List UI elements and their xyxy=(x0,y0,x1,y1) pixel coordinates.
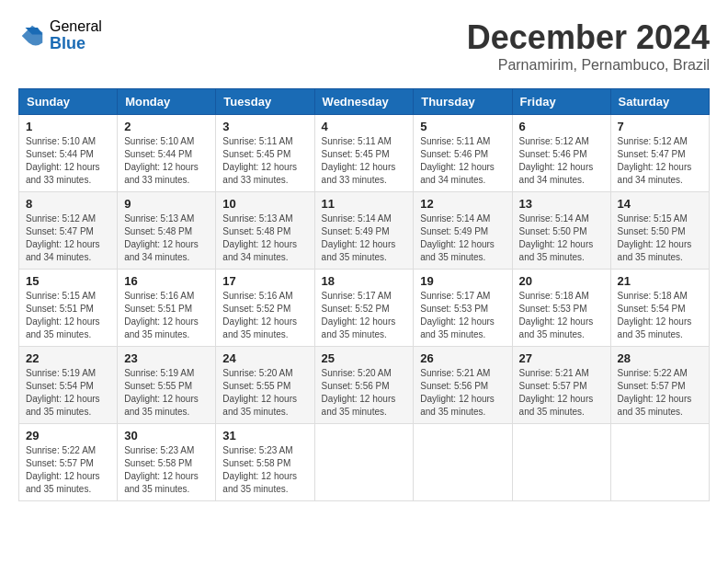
day-number: 11 xyxy=(322,197,407,211)
calendar-cell: 2Sunrise: 5:10 AM Sunset: 5:44 PM Daylig… xyxy=(118,115,216,192)
day-number: 27 xyxy=(519,351,604,365)
logo: General Blue xyxy=(18,18,102,52)
day-info: Sunrise: 5:20 AM Sunset: 5:56 PM Dayligh… xyxy=(322,367,407,419)
calendar-cell: 17Sunrise: 5:16 AM Sunset: 5:52 PM Dayli… xyxy=(216,270,314,347)
day-number: 1 xyxy=(26,120,110,133)
day-info: Sunrise: 5:12 AM Sunset: 5:47 PM Dayligh… xyxy=(26,213,110,264)
calendar-cell: 3Sunrise: 5:11 AM Sunset: 5:45 PM Daylig… xyxy=(216,115,314,192)
calendar-subtitle: Parnamirim, Pernambuco, Brazil xyxy=(467,57,710,74)
calendar-cell: 7Sunrise: 5:12 AM Sunset: 5:47 PM Daylig… xyxy=(610,115,709,192)
day-number: 25 xyxy=(322,351,407,365)
day-info: Sunrise: 5:11 AM Sunset: 5:45 PM Dayligh… xyxy=(322,135,407,187)
column-header-wednesday: Wednesday xyxy=(314,89,414,115)
day-number: 21 xyxy=(618,274,702,288)
day-number: 24 xyxy=(222,351,307,365)
calendar-cell xyxy=(512,424,610,501)
day-info: Sunrise: 5:21 AM Sunset: 5:57 PM Dayligh… xyxy=(519,367,604,419)
calendar-cell: 19Sunrise: 5:17 AM Sunset: 5:53 PM Dayli… xyxy=(414,270,512,347)
day-info: Sunrise: 5:16 AM Sunset: 5:51 PM Dayligh… xyxy=(124,290,209,341)
calendar-cell: 18Sunrise: 5:17 AM Sunset: 5:52 PM Dayli… xyxy=(314,270,414,347)
day-number: 7 xyxy=(618,120,702,133)
day-number: 2 xyxy=(124,120,209,133)
calendar-title: December 2024 xyxy=(467,18,710,57)
column-header-sunday: Sunday xyxy=(19,89,118,115)
day-number: 4 xyxy=(322,120,407,133)
calendar-cell: 1Sunrise: 5:10 AM Sunset: 5:44 PM Daylig… xyxy=(19,115,118,192)
day-number: 14 xyxy=(618,197,702,211)
day-number: 30 xyxy=(124,429,209,442)
day-info: Sunrise: 5:19 AM Sunset: 5:54 PM Dayligh… xyxy=(26,367,110,419)
calendar-cell: 15Sunrise: 5:15 AM Sunset: 5:51 PM Dayli… xyxy=(19,270,118,347)
calendar-cell: 13Sunrise: 5:14 AM Sunset: 5:50 PM Dayli… xyxy=(512,192,610,270)
day-info: Sunrise: 5:12 AM Sunset: 5:46 PM Dayligh… xyxy=(519,135,604,187)
title-section: December 2024 Parnamirim, Pernambuco, Br… xyxy=(467,18,710,74)
calendar-cell: 4Sunrise: 5:11 AM Sunset: 5:45 PM Daylig… xyxy=(314,115,414,192)
day-info: Sunrise: 5:15 AM Sunset: 5:50 PM Dayligh… xyxy=(618,213,702,264)
page-header: General Blue December 2024 Parnamirim, P… xyxy=(18,18,710,74)
day-number: 18 xyxy=(322,274,407,288)
logo-general: General xyxy=(50,18,102,35)
calendar-header-row: SundayMondayTuesdayWednesdayThursdayFrid… xyxy=(19,89,710,115)
day-info: Sunrise: 5:13 AM Sunset: 5:48 PM Dayligh… xyxy=(222,213,307,264)
calendar-cell: 23Sunrise: 5:19 AM Sunset: 5:55 PM Dayli… xyxy=(118,347,216,424)
calendar-cell: 30Sunrise: 5:23 AM Sunset: 5:58 PM Dayli… xyxy=(118,424,216,501)
day-info: Sunrise: 5:16 AM Sunset: 5:52 PM Dayligh… xyxy=(222,290,307,341)
calendar-cell: 28Sunrise: 5:22 AM Sunset: 5:57 PM Dayli… xyxy=(610,347,709,424)
calendar-week-3: 15Sunrise: 5:15 AM Sunset: 5:51 PM Dayli… xyxy=(19,270,710,347)
calendar-cell: 22Sunrise: 5:19 AM Sunset: 5:54 PM Dayli… xyxy=(19,347,118,424)
day-info: Sunrise: 5:15 AM Sunset: 5:51 PM Dayligh… xyxy=(26,290,110,341)
calendar-cell: 9Sunrise: 5:13 AM Sunset: 5:48 PM Daylig… xyxy=(118,192,216,270)
calendar-cell: 27Sunrise: 5:21 AM Sunset: 5:57 PM Dayli… xyxy=(512,347,610,424)
day-number: 12 xyxy=(420,197,505,211)
calendar-cell: 12Sunrise: 5:14 AM Sunset: 5:49 PM Dayli… xyxy=(414,192,512,270)
day-info: Sunrise: 5:23 AM Sunset: 5:58 PM Dayligh… xyxy=(124,444,209,496)
logo-icon xyxy=(18,22,46,50)
calendar-cell: 14Sunrise: 5:15 AM Sunset: 5:50 PM Dayli… xyxy=(610,192,709,270)
day-info: Sunrise: 5:22 AM Sunset: 5:57 PM Dayligh… xyxy=(618,367,702,419)
calendar-cell: 24Sunrise: 5:20 AM Sunset: 5:55 PM Dayli… xyxy=(216,347,314,424)
day-number: 6 xyxy=(519,120,604,133)
day-number: 17 xyxy=(222,274,307,288)
day-number: 5 xyxy=(420,120,505,133)
day-number: 19 xyxy=(420,274,505,288)
logo-blue: Blue xyxy=(50,35,102,53)
day-info: Sunrise: 5:10 AM Sunset: 5:44 PM Dayligh… xyxy=(124,135,209,187)
column-header-tuesday: Tuesday xyxy=(216,89,314,115)
calendar-cell: 5Sunrise: 5:11 AM Sunset: 5:46 PM Daylig… xyxy=(414,115,512,192)
day-number: 31 xyxy=(222,429,307,442)
day-info: Sunrise: 5:19 AM Sunset: 5:55 PM Dayligh… xyxy=(124,367,209,419)
calendar-table: SundayMondayTuesdayWednesdayThursdayFrid… xyxy=(18,88,710,501)
day-number: 3 xyxy=(222,120,307,133)
calendar-cell: 16Sunrise: 5:16 AM Sunset: 5:51 PM Dayli… xyxy=(118,270,216,347)
day-number: 26 xyxy=(420,351,505,365)
day-number: 23 xyxy=(124,351,209,365)
logo-text: General Blue xyxy=(50,18,102,52)
day-number: 9 xyxy=(124,197,209,211)
column-header-thursday: Thursday xyxy=(414,89,512,115)
day-info: Sunrise: 5:18 AM Sunset: 5:54 PM Dayligh… xyxy=(618,290,702,341)
day-number: 16 xyxy=(124,274,209,288)
day-number: 15 xyxy=(26,274,110,288)
day-info: Sunrise: 5:17 AM Sunset: 5:53 PM Dayligh… xyxy=(420,290,505,341)
calendar-week-5: 29Sunrise: 5:22 AM Sunset: 5:57 PM Dayli… xyxy=(19,424,710,501)
day-info: Sunrise: 5:18 AM Sunset: 5:53 PM Dayligh… xyxy=(519,290,604,341)
calendar-cell: 31Sunrise: 5:23 AM Sunset: 5:58 PM Dayli… xyxy=(216,424,314,501)
column-header-monday: Monday xyxy=(118,89,216,115)
calendar-cell: 8Sunrise: 5:12 AM Sunset: 5:47 PM Daylig… xyxy=(19,192,118,270)
day-info: Sunrise: 5:22 AM Sunset: 5:57 PM Dayligh… xyxy=(26,444,110,496)
calendar-cell: 6Sunrise: 5:12 AM Sunset: 5:46 PM Daylig… xyxy=(512,115,610,192)
calendar-cell xyxy=(414,424,512,501)
day-info: Sunrise: 5:20 AM Sunset: 5:55 PM Dayligh… xyxy=(222,367,307,419)
calendar-week-1: 1Sunrise: 5:10 AM Sunset: 5:44 PM Daylig… xyxy=(19,115,710,192)
day-info: Sunrise: 5:11 AM Sunset: 5:45 PM Dayligh… xyxy=(222,135,307,187)
day-info: Sunrise: 5:21 AM Sunset: 5:56 PM Dayligh… xyxy=(420,367,505,419)
day-number: 28 xyxy=(618,351,702,365)
day-info: Sunrise: 5:13 AM Sunset: 5:48 PM Dayligh… xyxy=(124,213,209,264)
day-number: 10 xyxy=(222,197,307,211)
day-number: 29 xyxy=(26,429,110,442)
day-info: Sunrise: 5:14 AM Sunset: 5:49 PM Dayligh… xyxy=(322,213,407,264)
calendar-cell: 25Sunrise: 5:20 AM Sunset: 5:56 PM Dayli… xyxy=(314,347,414,424)
day-info: Sunrise: 5:10 AM Sunset: 5:44 PM Dayligh… xyxy=(26,135,110,187)
calendar-cell: 11Sunrise: 5:14 AM Sunset: 5:49 PM Dayli… xyxy=(314,192,414,270)
calendar-cell: 26Sunrise: 5:21 AM Sunset: 5:56 PM Dayli… xyxy=(414,347,512,424)
